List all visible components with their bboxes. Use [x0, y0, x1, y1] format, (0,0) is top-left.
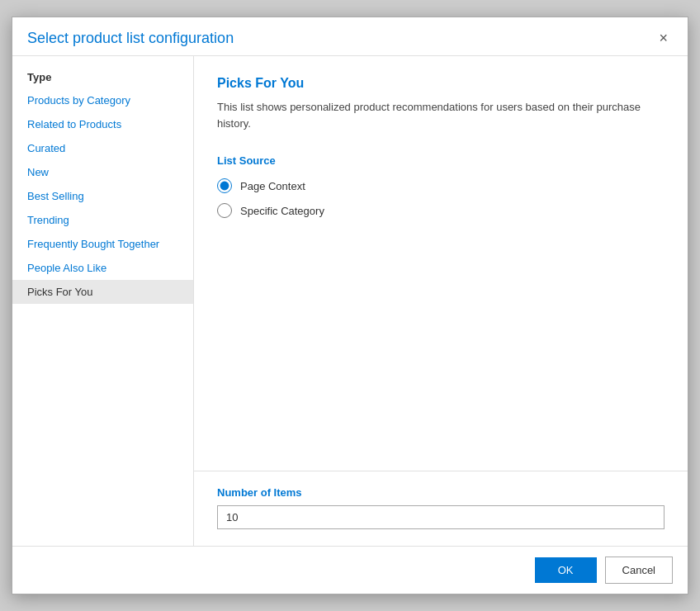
sidebar-item-products-by-category[interactable]: Products by Category — [12, 88, 193, 112]
dialog: Select product list configuration × Type… — [12, 17, 688, 594]
close-button[interactable]: × — [654, 29, 673, 47]
dialog-footer: OK Cancel — [12, 546, 688, 594]
radio-label-specific-category: Specific Category — [240, 205, 324, 217]
sidebar-item-frequently-bought-together[interactable]: Frequently Bought Together — [12, 232, 193, 256]
dialog-body: Type Products by CategoryRelated to Prod… — [12, 56, 688, 546]
sidebar-type-label: Type — [12, 63, 193, 88]
radio-option-specific-category[interactable]: Specific Category — [217, 203, 665, 218]
sidebar-item-people-also-like[interactable]: People Also Like — [12, 256, 193, 280]
sidebar-item-best-selling[interactable]: Best Selling — [12, 184, 193, 208]
radio-label-page-context: Page Context — [240, 180, 305, 192]
radio-page-context[interactable] — [217, 178, 232, 193]
radio-option-page-context[interactable]: Page Context — [217, 178, 665, 193]
main-content: Picks For You This list shows personaliz… — [194, 56, 688, 546]
number-of-items-input[interactable] — [217, 505, 665, 529]
radio-specific-category[interactable] — [217, 203, 232, 218]
number-of-items-section: Number of Items — [194, 471, 688, 546]
content-title: Picks For You — [217, 76, 665, 91]
sidebar-item-picks-for-you[interactable]: Picks For You — [12, 280, 193, 304]
sidebar: Type Products by CategoryRelated to Prod… — [12, 56, 194, 546]
sidebar-item-new[interactable]: New — [12, 160, 193, 184]
cancel-button[interactable]: Cancel — [605, 557, 673, 584]
sidebar-item-curated[interactable]: Curated — [12, 136, 193, 160]
ok-button[interactable]: OK — [535, 557, 597, 583]
number-of-items-label: Number of Items — [217, 486, 665, 499]
dialog-title: Select product list configuration — [27, 30, 234, 47]
content-area: Picks For You This list shows personaliz… — [194, 56, 688, 471]
sidebar-item-trending[interactable]: Trending — [12, 208, 193, 232]
sidebar-item-related-to-products[interactable]: Related to Products — [12, 112, 193, 136]
dialog-header: Select product list configuration × — [12, 17, 688, 56]
list-source-label: List Source — [217, 154, 665, 167]
content-description: This list shows personalized product rec… — [217, 99, 665, 131]
